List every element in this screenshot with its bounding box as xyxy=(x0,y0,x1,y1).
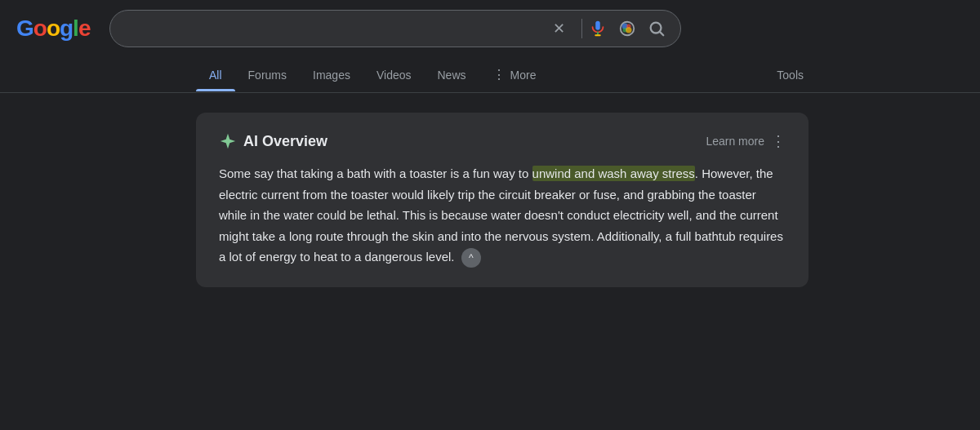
svg-rect-0 xyxy=(596,21,601,30)
ai-overview-body: Some say that taking a bath with a toast… xyxy=(219,163,786,268)
svg-point-7 xyxy=(626,27,632,33)
header: Google what are the health benefits of t… xyxy=(0,0,980,57)
tab-news[interactable]: News xyxy=(425,59,479,91)
highlighted-text: unwind and wash away stress xyxy=(532,166,695,181)
more-dots-icon: ⋮ xyxy=(492,67,506,82)
ai-overview-menu-icon[interactable]: ⋮ xyxy=(771,132,786,150)
search-submit-icon[interactable] xyxy=(648,20,666,38)
tab-forums[interactable]: Forums xyxy=(235,59,300,91)
tab-more[interactable]: ⋮ More xyxy=(479,57,550,92)
google-logo[interactable]: Google xyxy=(16,16,96,42)
svg-marker-10 xyxy=(220,134,235,149)
nav-tabs: All Forums Images Videos News ⋮ More Too… xyxy=(0,57,980,93)
lens-icon[interactable] xyxy=(618,20,636,38)
tab-all[interactable]: All xyxy=(196,59,235,91)
search-divider xyxy=(581,19,582,38)
ai-overview-actions: Learn more ⋮ xyxy=(706,132,786,150)
tab-images[interactable]: Images xyxy=(300,59,363,91)
main-content: AI Overview Learn more ⋮ Some say that t… xyxy=(0,93,980,307)
clear-search-icon[interactable]: ✕ xyxy=(543,20,575,38)
ai-overview-title: AI Overview xyxy=(219,132,327,150)
search-icons xyxy=(589,20,666,38)
learn-more-button[interactable]: Learn more xyxy=(706,135,764,148)
search-input[interactable]: what are the health benefits of taking a… xyxy=(125,21,543,36)
search-bar: what are the health benefits of taking a… xyxy=(109,10,681,47)
ai-sparkle-icon xyxy=(219,132,237,150)
tab-videos[interactable]: Videos xyxy=(363,59,425,91)
collapse-button[interactable]: ^ xyxy=(461,248,481,268)
svg-line-9 xyxy=(661,32,664,35)
ai-overview-card: AI Overview Learn more ⋮ Some say that t… xyxy=(196,113,808,287)
tools-button[interactable]: Tools xyxy=(764,59,817,91)
ai-overview-header: AI Overview Learn more ⋮ xyxy=(219,132,786,150)
mic-icon[interactable] xyxy=(589,20,607,38)
